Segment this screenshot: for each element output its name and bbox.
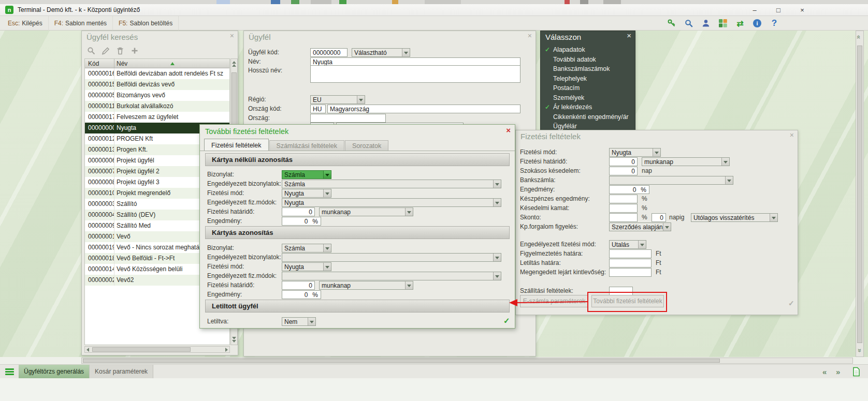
shortcut-item[interactable]: Esc: Kilépés	[2, 16, 49, 31]
window-vertical-scrollbar[interactable]: « «	[856, 31, 864, 357]
tabs-scroll-left-icon[interactable]: «	[822, 367, 827, 376]
close-icon[interactable]: ×	[627, 32, 631, 40]
allowed-overdue-input[interactable]	[609, 268, 652, 277]
confirm-check-icon[interactable]: ✓	[503, 316, 510, 325]
user-icon[interactable]	[700, 18, 712, 29]
scroll-down-icon[interactable]	[232, 337, 236, 343]
customer-code-mode-select[interactable]: Választható	[352, 48, 410, 57]
scroll-up-icon[interactable]	[232, 61, 236, 67]
warn-limit-input[interactable]	[609, 249, 652, 258]
info-icon[interactable]: i	[751, 18, 763, 29]
delete-icon[interactable]	[115, 46, 125, 56]
maximize-button[interactable]: □	[767, 4, 790, 16]
due-days-input[interactable]: 0	[282, 207, 315, 216]
due-unit-select[interactable]: munkanap	[319, 281, 413, 290]
add-icon[interactable]	[129, 46, 140, 56]
payment-mode-select[interactable]: Nyugta	[609, 148, 661, 157]
cash-discount-input[interactable]	[609, 195, 638, 203]
allowed-modes-select[interactable]: Nyugta	[282, 198, 501, 207]
allowed-documents-select[interactable]	[282, 253, 501, 262]
due-label: Fizetési határidő:	[520, 158, 567, 165]
discount-input[interactable]: 0%	[282, 290, 321, 299]
minimize-button[interactable]: –	[743, 4, 766, 16]
payment-mode-select[interactable]: Nyugta	[282, 189, 331, 198]
late-interest-input[interactable]	[609, 204, 638, 213]
task-tab[interactable]: Ügyféltörzs generálás	[19, 365, 90, 378]
scrollbar-thumb[interactable]	[857, 46, 862, 343]
bank-account-select[interactable]	[609, 176, 733, 185]
shortcut-item[interactable]: F5: Sablon betöltés	[113, 16, 179, 31]
search-icon[interactable]	[86, 46, 96, 56]
table-row[interactable]: 00000016 Belföldi devizában adott rendel…	[85, 68, 229, 79]
allowed-modes-select[interactable]	[282, 272, 501, 280]
select-panel-item[interactable]: ✓ Személyek	[541, 93, 635, 103]
banned-select[interactable]: Nem	[282, 317, 316, 326]
search-icon[interactable]	[683, 18, 695, 29]
cash-watch-select[interactable]: Szerződés alapján	[609, 222, 671, 231]
key-icon[interactable]	[666, 18, 677, 29]
confirm-check-icon[interactable]: ✓	[788, 299, 794, 307]
skonto-percent-input[interactable]	[609, 213, 638, 222]
close-icon[interactable]: ×	[528, 32, 532, 40]
due-days-input[interactable]: 0	[609, 157, 638, 166]
document-select[interactable]: Számla	[282, 244, 331, 253]
edit-icon[interactable]	[100, 46, 111, 56]
country-code-input[interactable]: HU	[310, 105, 326, 113]
scroll-right-icon[interactable]	[225, 348, 228, 352]
chevron-down-icon	[493, 272, 501, 280]
table-row[interactable]: 00000011 Burkolat alvállalkozó	[85, 101, 229, 112]
apps-grid-icon[interactable]	[717, 18, 729, 29]
scrollbar-thumb[interactable]	[92, 347, 191, 352]
select-panel-item[interactable]: ✓ Cikkenkénti engedmény/ár	[541, 112, 635, 122]
due-days-input[interactable]: 0	[282, 281, 315, 290]
column-header-name[interactable]: Név	[114, 59, 229, 68]
tabs-scroll-right-icon[interactable]: »	[836, 367, 840, 376]
list-horizontal-scrollbar[interactable]	[84, 346, 230, 353]
allowed-documents-select[interactable]: Számla	[282, 180, 501, 188]
scrollbar-thumb[interactable]	[83, 359, 720, 363]
column-header-code[interactable]: Kód	[85, 59, 114, 68]
payment-mode-select[interactable]: Nyugta	[282, 262, 331, 271]
scroll-left-icon[interactable]	[86, 348, 89, 352]
window-horizontal-scrollbar[interactable]	[81, 358, 853, 364]
usual-delay-input[interactable]: 0	[609, 167, 638, 175]
fast-scroll-up-icon[interactable]: «	[855, 35, 863, 39]
close-icon[interactable]: ×	[506, 126, 511, 135]
close-button[interactable]: ×	[791, 4, 814, 16]
ban-limit-input[interactable]	[609, 259, 652, 268]
document-select-focused[interactable]: Számla	[282, 170, 331, 179]
country-input[interactable]	[310, 114, 386, 123]
menu-icon[interactable]	[5, 368, 14, 375]
close-icon[interactable]: ×	[790, 131, 794, 139]
select-panel-item[interactable]: ✓ Bankszámlaszámok	[541, 64, 635, 74]
skonto-mode-select[interactable]: Utólagos visszatérítés	[691, 213, 778, 222]
fast-scroll-down-icon[interactable]: «	[855, 349, 863, 352]
help-icon[interactable]: ?	[769, 18, 780, 29]
shortcut-item[interactable]: F4: Sablon mentés	[49, 16, 113, 31]
dialog-tab[interactable]: Fizetési feltételek	[204, 139, 269, 151]
region-select[interactable]: EU	[310, 95, 365, 104]
dialog-tab[interactable]: Sorozatok	[345, 140, 388, 151]
allowed-payment-mode-select[interactable]: Utalás	[609, 240, 646, 249]
select-panel-item[interactable]: ✓ Alapadatok	[541, 45, 635, 55]
due-unit-select[interactable]: munkanap	[319, 207, 413, 216]
select-panel-item[interactable]: ✓ Telephelyek	[541, 74, 635, 84]
dialog-tab[interactable]: Számlázási feltételek	[269, 140, 344, 151]
document-icon[interactable]	[852, 367, 860, 379]
table-row[interactable]: 00000017 Felveszem az ügyfelet	[85, 112, 229, 123]
table-row[interactable]: 00000005 Bizományos vevő	[85, 90, 229, 101]
customer-code-input[interactable]: 00000000	[310, 48, 348, 57]
due-unit-select[interactable]: munkanap	[642, 157, 730, 166]
select-panel-item[interactable]: ✓ Ár lekérdezés	[541, 102, 635, 112]
select-panel-item[interactable]: ✓ Postacím	[541, 83, 635, 93]
table-row[interactable]: 00000015 Belföldi devizás vevő	[85, 79, 229, 90]
country-name-input[interactable]: Magyarország	[327, 105, 520, 113]
close-icon[interactable]: ×	[230, 32, 234, 40]
long-name-textarea[interactable]	[310, 65, 520, 83]
discount-input[interactable]: 0%	[282, 217, 321, 226]
task-tab[interactable]: Kosár paraméterek	[90, 365, 153, 378]
select-panel-item[interactable]: ✓ További adatok	[541, 55, 635, 65]
transfer-icon[interactable]: ⇄	[734, 18, 746, 29]
skonto-days-input[interactable]: 0	[652, 213, 666, 222]
discount-input[interactable]: 0%	[609, 185, 649, 194]
